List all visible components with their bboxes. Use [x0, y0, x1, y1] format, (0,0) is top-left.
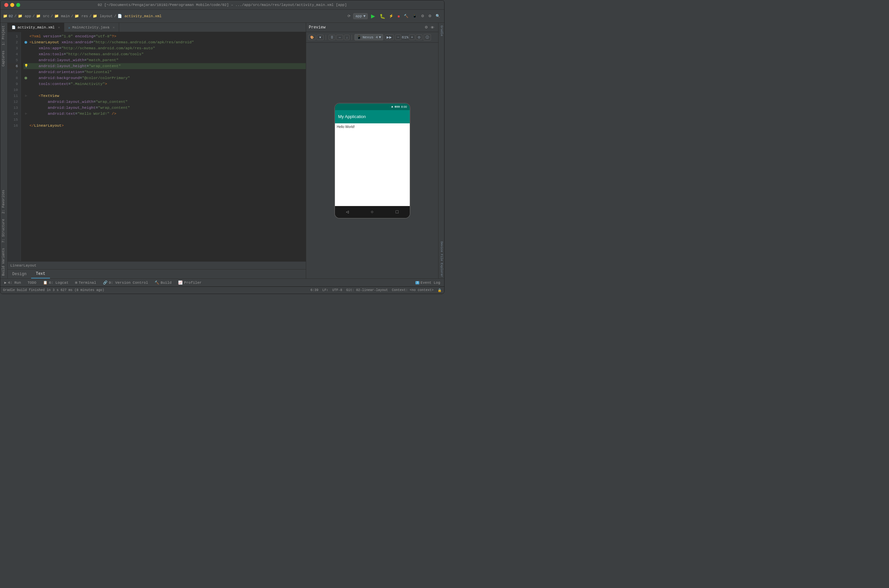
- gradle-panel-tab[interactable]: Gradle: [439, 24, 444, 38]
- cursor-position: 6:39: [310, 288, 318, 292]
- tab-activity-main-xml[interactable]: 📄 activity_main.xml ✕: [8, 23, 64, 32]
- todo-tab[interactable]: TODO: [26, 281, 38, 285]
- code-content[interactable]: <?xml version="1.0" encoding="utf-8"?> <…: [21, 32, 306, 261]
- preview-forward-btn[interactable]: ▶▶: [385, 34, 394, 40]
- maximize-button[interactable]: [16, 3, 20, 7]
- component-tree-btn[interactable]: ☰: [329, 35, 335, 40]
- fold-icon-14[interactable]: ▷: [25, 111, 27, 117]
- breadcrumb-02[interactable]: 02: [9, 14, 13, 18]
- design-tab[interactable]: Design: [8, 270, 31, 279]
- stop-button[interactable]: ■: [396, 14, 401, 19]
- sidebar-item-captures[interactable]: Captures: [0, 48, 7, 69]
- palette-toggle[interactable]: ▼: [317, 35, 324, 40]
- settings-btn[interactable]: ⚙: [427, 13, 433, 19]
- breadcrumb-file[interactable]: 📄 activity_main.xml: [117, 14, 161, 18]
- breadcrumb-layout[interactable]: 📁 layout: [93, 14, 113, 18]
- sdk-manager[interactable]: ⚙: [420, 13, 426, 19]
- editor-layout-name: LinearLayout: [8, 261, 306, 269]
- debug-button[interactable]: 🐛: [378, 12, 386, 20]
- device-name: Nexus 4: [363, 35, 378, 39]
- terminal-tab[interactable]: ⊞ Terminal: [74, 280, 97, 285]
- sidebar-item-build-variants[interactable]: Build Variants: [0, 245, 7, 279]
- zoom-level: 61%: [402, 35, 408, 39]
- ln-14: 14: [8, 111, 21, 117]
- device-file-explorer-tab[interactable]: Device File Explorer: [439, 240, 444, 279]
- avd-manager[interactable]: 📱: [411, 13, 418, 19]
- left-vertical-tabs: 1: Project Captures 2: Favorites 7: Stru…: [0, 23, 8, 279]
- phone-preview-area: ▲ ▮▮▮ 8:00 My Application Hello World! ◁: [306, 43, 438, 279]
- sync-gradle[interactable]: 🔨: [402, 13, 410, 19]
- sync-button[interactable]: ⟳: [346, 13, 352, 19]
- version-control-tab[interactable]: 🔗 9: Version Control: [102, 280, 150, 285]
- tab-close-java[interactable]: ✕: [113, 26, 115, 29]
- ln-13: 13: [8, 105, 21, 111]
- code-line-15: [24, 117, 306, 123]
- breadcrumb-main[interactable]: 📁 main: [54, 14, 70, 18]
- ln-2: 2: [8, 39, 21, 45]
- gutter-4: [24, 52, 29, 57]
- code-line-16: </LinearLayout>: [24, 123, 306, 129]
- layout-toggle[interactable]: ↔: [336, 35, 343, 40]
- text-tab[interactable]: Text: [31, 270, 50, 279]
- line-ending: LF↕: [322, 288, 328, 292]
- event-log-badge: 3: [415, 281, 419, 284]
- build-tab[interactable]: 🔨 Build: [153, 280, 173, 285]
- gutter-9: [24, 81, 29, 87]
- logcat-tab[interactable]: 📋 6: Logcat: [42, 280, 70, 285]
- preview-settings-btn[interactable]: ⚙: [423, 24, 429, 30]
- code-line-10: [24, 87, 306, 93]
- zoom-in-btn[interactable]: +: [409, 34, 415, 40]
- sidebar-item-favorites[interactable]: 2: Favorites: [0, 187, 7, 216]
- lock-icon: 🔒: [438, 288, 442, 292]
- run-tab[interactable]: ▶ 4: Run: [3, 280, 22, 285]
- preview-panel: Preview ⚙ 👁 🎨 ▼ ☰ ↔ ↓ 📱: [306, 23, 438, 279]
- profiler-label: Profiler: [184, 281, 202, 285]
- fold-icon-11[interactable]: ▷: [25, 93, 27, 99]
- code-line-13: android:layout_height="wrap_content": [24, 105, 306, 111]
- terminal-icon: ⊞: [75, 280, 77, 285]
- search-btn[interactable]: 🔍: [434, 13, 442, 19]
- app-selector[interactable]: app ▼: [353, 13, 368, 19]
- sidebar-item-structure[interactable]: 7: Structure: [0, 216, 7, 245]
- device-selector[interactable]: 📱 Nexus 4 ▼: [355, 34, 383, 40]
- close-button[interactable]: [4, 3, 8, 7]
- sidebar-item-project[interactable]: 1: Project: [0, 23, 7, 48]
- breadcrumb: 📁 02 / 📁 app / 📁 src / 📁 main / 📁 res / …: [3, 14, 161, 18]
- code-line-6: 💡 android:layout_height="wrap_content": [24, 63, 306, 69]
- code-line-14: ▷ android:text="Hello World!" />: [24, 111, 306, 117]
- palette-btn[interactable]: 🎨: [308, 35, 316, 40]
- wifi-icon: ▲: [391, 105, 393, 108]
- attach-debugger[interactable]: ⚡: [388, 13, 395, 19]
- code-editor[interactable]: 1 2 3 4 5 6 7 8 9 10 11 12 13 14 15 16: [8, 32, 306, 261]
- tab-label-xml: activity_main.xml: [18, 26, 55, 29]
- breadcrumb-res[interactable]: 📁 res: [74, 14, 88, 18]
- logcat-icon: 📋: [43, 280, 48, 285]
- breadcrumb-src[interactable]: 📁 src: [36, 14, 49, 18]
- context-info: Context: <no context>: [392, 288, 433, 292]
- zoom-out-btn[interactable]: −: [395, 34, 401, 40]
- run-button[interactable]: ▶: [369, 12, 377, 20]
- event-log-tab[interactable]: 3 Event Log: [414, 281, 442, 285]
- preview-info-btn[interactable]: ⓘ: [424, 34, 431, 40]
- tab-mainactivity-java[interactable]: ☕ MainActivity.java ✕: [64, 23, 119, 32]
- build-icon: 🔨: [155, 280, 159, 285]
- zoom-fit-btn[interactable]: ⊙: [416, 34, 422, 40]
- editor-container: 📄 activity_main.xml ✕ ☕ MainActivity.jav…: [8, 23, 306, 279]
- title-bar: 02 [~/Documents/Pengajaran/18192/Pemrogr…: [0, 0, 444, 10]
- minimize-button[interactable]: [10, 3, 14, 7]
- ln-9: 9: [8, 81, 21, 87]
- toolbar: 📁 02 / 📁 app / 📁 src / 📁 main / 📁 res / …: [0, 10, 444, 23]
- phone-status-bar: ▲ ▮▮▮ 8:00: [335, 104, 410, 110]
- breadcrumb-app[interactable]: 📁 app: [18, 14, 31, 18]
- traffic-lights: [4, 3, 20, 7]
- breadcrumb-item-1[interactable]: 📁: [3, 14, 8, 18]
- arrow-down-btn[interactable]: ↓: [344, 35, 350, 40]
- ln-5: 5: [8, 57, 21, 63]
- preview-title: Preview: [309, 25, 325, 30]
- tab-close-xml[interactable]: ✕: [58, 26, 60, 29]
- code-line-7: android:orientation="horizontal": [24, 69, 306, 75]
- preview-eye-btn[interactable]: 👁: [429, 25, 436, 30]
- signal-icon: ▮▮▮: [394, 105, 400, 108]
- main-area: 1: Project Captures 2: Favorites 7: Stru…: [0, 23, 444, 279]
- profiler-tab[interactable]: 📈 Profiler: [177, 280, 203, 285]
